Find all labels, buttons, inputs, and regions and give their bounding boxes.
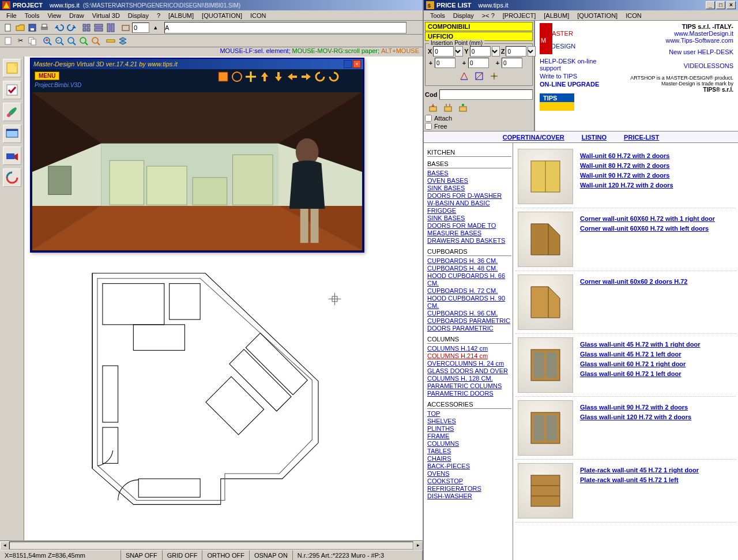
z-dd[interactable] — [528, 46, 536, 57]
nav-link[interactable]: OVERCOLUMNS H. 24 cm — [427, 360, 511, 367]
command-input[interactable] — [164, 22, 406, 33]
status-osnap[interactable]: OSNAP ON — [250, 550, 293, 560]
product-thumb[interactable] — [518, 400, 573, 456]
nav-link[interactable]: PARAMETRIC DOORS — [427, 390, 511, 397]
status-ortho[interactable]: ORTHO OFF — [202, 550, 250, 560]
grid2-icon[interactable] — [93, 22, 104, 33]
grid-icon[interactable] — [81, 22, 92, 33]
menu-quotation[interactable]: [QUOTATION] — [573, 12, 622, 19]
redo-icon[interactable] — [66, 22, 77, 33]
menu-virtual3d[interactable]: Virtual 3D — [88, 12, 124, 19]
undo-icon[interactable] — [54, 22, 65, 33]
note-icon[interactable] — [3, 59, 21, 77]
arrow-left-icon[interactable] — [286, 70, 299, 83]
nav-link[interactable]: DRAWERS AND BASKETS — [427, 237, 511, 245]
menu-project[interactable]: [PROJECT] — [499, 12, 540, 19]
nav-fit-icon[interactable] — [231, 70, 243, 83]
nav-link[interactable]: DOORS FOR MADE TO MEASURE BASES — [427, 222, 511, 237]
maximize-icon[interactable]: □ — [716, 1, 725, 9]
nav-home-icon[interactable] — [217, 70, 229, 83]
menu-tools[interactable]: Tools — [426, 12, 449, 19]
product-link[interactable]: Plate-rack wall-unit 45 H.72 1 left — [580, 475, 733, 485]
company-url2[interactable]: www.Tips-Software.com — [630, 37, 733, 44]
menu-icon[interactable]: ICON — [622, 12, 646, 19]
check-icon[interactable] — [3, 81, 21, 99]
plan-view[interactable] — [50, 263, 423, 540]
menu-icon[interactable]: ICON — [246, 12, 270, 19]
product-link[interactable]: Wall-unit 120 H.72 with 2 doors — [580, 181, 733, 190]
nav-link[interactable]: SHELVES — [427, 418, 511, 425]
rotate-right-icon[interactable] — [327, 70, 340, 83]
axis-c-icon[interactable] — [488, 70, 500, 82]
video-link[interactable]: VIDEOLESSONS — [630, 62, 733, 69]
rotate-left-icon[interactable] — [314, 70, 326, 83]
menu-tools[interactable]: Tools — [21, 12, 44, 19]
print-icon[interactable] — [39, 22, 50, 33]
nav-link[interactable]: SINK BASES — [427, 185, 511, 192]
product-thumb[interactable] — [518, 275, 573, 330]
product-link[interactable]: Wall-unit 90 H.72 with 2 doors — [580, 171, 733, 181]
nav-link[interactable]: PARAMETRIC COLUMNS — [427, 382, 511, 390]
copy-icon[interactable] — [27, 35, 38, 47]
x-input[interactable] — [433, 46, 454, 57]
arrow-up-icon[interactable] — [258, 70, 271, 83]
product-link[interactable]: Corner wall-unit 60X60 H.72 with 1 right… — [580, 214, 733, 224]
product-list[interactable]: Wall-unit 60 H.72 with 2 doorsWall-unit … — [513, 143, 738, 560]
nav-link[interactable]: OVEN BASES — [427, 177, 511, 185]
insert-c-icon[interactable] — [457, 102, 469, 114]
menu-[interactable]: ? — [153, 12, 164, 19]
nav-link[interactable]: W-BASIN AND BASIC FRIGDGE — [427, 200, 511, 215]
y-dd[interactable] — [492, 46, 500, 57]
y-input[interactable] — [470, 46, 491, 57]
dy-input[interactable] — [468, 58, 489, 68]
menu-quotation[interactable]: [QUOTATION] — [198, 12, 246, 19]
tab-componibili[interactable]: COMPONIBILI — [425, 22, 533, 31]
nav-link[interactable]: PLINTHS — [427, 425, 511, 433]
nav-cross-icon[interactable] — [244, 70, 257, 83]
zoom-b-icon[interactable] — [90, 35, 101, 47]
v3d-close-icon[interactable]: × — [353, 60, 361, 68]
x-dd[interactable] — [455, 46, 463, 57]
product-thumb[interactable] — [518, 463, 573, 518]
dimension-input[interactable] — [132, 22, 149, 33]
menu-album[interactable]: [ALBUM] — [540, 12, 573, 19]
cut-icon[interactable]: ✂ — [14, 35, 26, 47]
minimize-icon[interactable]: _ — [706, 1, 715, 9]
zoom-plus-icon[interactable]: + — [42, 35, 53, 47]
product-link[interactable]: Glass wall-unit 60 H.72 1 right door — [580, 359, 733, 369]
nav-link[interactable]: CUPBOARDS H. 72 CM. — [427, 287, 511, 295]
zoom-minus-icon[interactable]: - — [54, 35, 65, 47]
v3d-menu-button[interactable]: MENU — [35, 72, 59, 80]
nav-link[interactable]: BACK-PIECES — [427, 463, 511, 470]
product-link[interactable]: Plate-rack wall-unit 45 H.72 1 right doo… — [580, 465, 733, 475]
measure-icon[interactable] — [105, 35, 116, 47]
nav-link[interactable]: CUPBOARDS PARAMETRIC — [427, 317, 511, 325]
window-icon[interactable] — [3, 125, 21, 143]
axis-b-icon[interactable] — [473, 70, 485, 82]
write-link[interactable]: Write to TIPS — [540, 73, 615, 80]
menu-draw[interactable]: Draw — [65, 12, 88, 19]
doc-icon[interactable] — [2, 35, 14, 47]
nav-link[interactable]: COLUMNS H.142 cm — [427, 345, 511, 352]
nav-link[interactable]: REFRIGERATORS — [427, 485, 511, 493]
dz-input[interactable] — [502, 58, 522, 68]
nav-link[interactable]: TABLES — [427, 448, 511, 455]
nav-link[interactable]: COOKSTOP — [427, 478, 511, 485]
product-thumb[interactable] — [518, 212, 573, 267]
nav-link[interactable]: CUPBOARDS H. 96 CM. — [427, 310, 511, 317]
nav-link[interactable]: FRAME — [427, 433, 511, 440]
category-nav[interactable]: KITCHENBASESBASESOVEN BASESSINK BASESDOO… — [424, 143, 513, 560]
product-link[interactable]: Wall-unit 80 H.72 with 2 doors — [580, 161, 733, 171]
zoom-fit-icon[interactable] — [66, 35, 77, 47]
drawing-canvas[interactable]: Master-Design Virtual 3D ver.17.4.21 by … — [24, 57, 423, 540]
product-link[interactable]: Glass wall-unit 90 H.72 with 2 doors — [580, 403, 733, 412]
open-icon[interactable] — [14, 22, 26, 33]
menu-display[interactable]: Display — [449, 12, 478, 19]
company-url1[interactable]: www.MasterDesign.it — [630, 30, 733, 37]
status-snap[interactable]: SNAP OFF — [121, 550, 163, 560]
nav-link[interactable]: GLASS DOORS AND OVER COLUMNS H. 128 CM. — [427, 367, 511, 382]
scroll-left-icon[interactable]: ◂ — [0, 542, 9, 550]
product-link[interactable]: Glass wall-unit 120 H.72 with 2 doors — [580, 412, 733, 422]
free-checkbox[interactable] — [425, 123, 432, 130]
box-icon[interactable] — [120, 22, 131, 33]
